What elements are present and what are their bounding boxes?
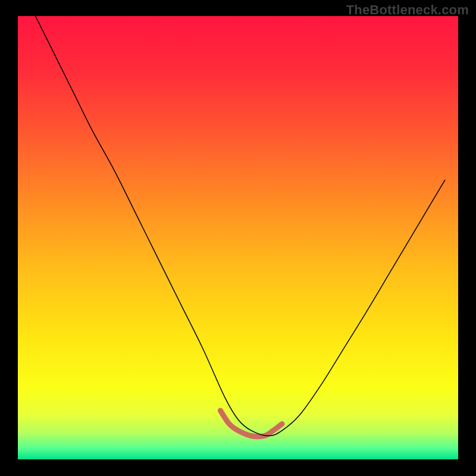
plot-background [18,16,458,459]
watermark-text: TheBottleneck.com [346,2,469,18]
bottleneck-chart [0,0,476,476]
chart-frame: TheBottleneck.com [0,0,476,476]
